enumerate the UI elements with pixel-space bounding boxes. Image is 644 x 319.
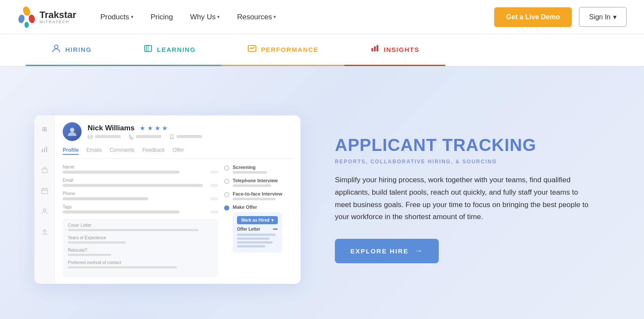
candidate-header: Nick Williams ★ ★ ★ ★ — [63, 122, 293, 141]
step-dot — [224, 192, 229, 197]
grid-icon: ⊞ — [39, 123, 51, 135]
candidate-stars: ★ ★ ★ ★ — [140, 124, 167, 132]
tab-nav-offer[interactable]: Offer — [173, 147, 184, 155]
chevron-down-icon: ▾ — [613, 13, 617, 21]
logo-icon — [17, 6, 36, 28]
svg-rect-17 — [88, 135, 92, 138]
step-dot — [224, 166, 229, 171]
svg-rect-14 — [42, 189, 48, 194]
field-relocate: Relocate? — [68, 248, 213, 256]
candidate-name: Nick Williams — [88, 124, 134, 132]
form-section: Name Email Phone — [63, 165, 218, 277]
hero-subtitle: REPORTS, COLLABORATIVE HIRING, & SOURCIN… — [335, 159, 610, 165]
field-tags: Tags — [63, 205, 218, 214]
field-contact-method: Preferred method of contact — [68, 260, 213, 268]
mock-ui-card: ⊞ — [34, 115, 301, 284]
chevron-down-icon: ▾ — [273, 14, 276, 20]
hero-content: APPLICANT TRACKING REPORTS, COLLABORATIV… — [335, 135, 610, 264]
pipeline-section: Screening Telephone Interview — [224, 165, 293, 277]
hero-title: APPLICANT TRACKING — [335, 135, 610, 154]
svg-rect-13 — [42, 169, 47, 173]
svg-point-2 — [28, 14, 35, 23]
explore-hire-button[interactable]: EXPLORE HIRE → — [335, 239, 439, 263]
bookmark-meta — [169, 134, 202, 139]
navbar: Trakstar MITRATECH Products ▾ Pricing Wh… — [0, 0, 644, 34]
tab-hiring[interactable]: HIRING — [26, 34, 118, 66]
logo[interactable]: Trakstar MITRATECH — [17, 6, 76, 28]
logo-sub-brand: MITRATECH — [39, 20, 76, 24]
hero-section: ⊞ — [0, 66, 644, 319]
field-email: Email — [63, 178, 218, 187]
email-meta — [88, 134, 121, 139]
mock-content: Nick Williams ★ ★ ★ ★ — [55, 115, 301, 284]
sidebar-icons: ⊞ — [34, 115, 55, 284]
svg-rect-10 — [42, 149, 43, 152]
nav-item-resources[interactable]: Resources ▾ — [230, 9, 283, 25]
step-dot — [224, 179, 229, 184]
chevron-down-icon: ▾ — [131, 14, 134, 20]
field-name: Name — [63, 165, 218, 174]
tab-insights[interactable]: INSIGHTS — [344, 34, 445, 66]
tab-bar: HIRING LEARNING PERFORMANCE INSIGHTS — [0, 34, 644, 66]
svg-rect-8 — [374, 46, 376, 51]
field-phone: Phone — [63, 191, 218, 200]
svg-rect-12 — [46, 147, 47, 152]
step-dot-active — [224, 205, 229, 211]
nav-item-pricing[interactable]: Pricing — [144, 9, 180, 25]
sign-in-button[interactable]: Sign In ▾ — [579, 7, 627, 27]
get-demo-button[interactable]: Get a Live Demo — [494, 7, 572, 27]
chart-icon — [39, 144, 51, 156]
person-icon — [39, 205, 51, 217]
step-face-to-face: Face-to-face Interview — [224, 191, 293, 200]
nav-item-products[interactable]: Products ▾ — [94, 9, 140, 25]
profile-tab-nav: Profile Emails Comments Feedback Offer — [63, 147, 293, 159]
offer-card: Mark as Hired ▾ Offer Letter ••• — [233, 212, 282, 253]
offer-letter-row: Offer Letter ••• — [237, 227, 278, 232]
tab-nav-comments[interactable]: Comments — [109, 147, 134, 155]
svg-point-1 — [18, 14, 25, 23]
phone-meta — [128, 134, 161, 139]
avatar — [63, 122, 82, 141]
chevron-down-icon: ▾ — [217, 14, 220, 20]
step-phone: Telephone Interview — [224, 178, 293, 187]
mark-as-hired-button[interactable]: Mark as Hired ▾ — [237, 216, 278, 224]
tab-nav-profile[interactable]: Profile — [63, 147, 79, 155]
svg-rect-7 — [371, 48, 373, 51]
arrow-right-icon: → — [415, 247, 423, 256]
hiring-icon — [52, 44, 61, 55]
svg-point-16 — [70, 128, 74, 132]
field-cover-letter: Cover Letter — [68, 223, 213, 231]
svg-point-15 — [43, 209, 46, 211]
logo-brand-name: Trakstar — [39, 10, 76, 20]
export-icon — [39, 226, 51, 238]
tab-nav-emails[interactable]: Emails — [86, 147, 102, 155]
step-screening: Screening — [224, 165, 293, 174]
step-make-offer: Make Offer Mark as Hired ▾ Offer Letter … — [224, 205, 293, 253]
candidate-meta — [88, 134, 202, 139]
svg-rect-9 — [377, 45, 378, 51]
offer-bars — [237, 234, 278, 247]
briefcase-icon — [39, 164, 51, 176]
extra-fields-card: Cover Letter Years of Experience Relocat… — [63, 219, 218, 277]
learning-icon — [143, 44, 153, 55]
field-experience: Years of Experience — [68, 235, 213, 244]
dots-icon: ••• — [273, 227, 278, 232]
nav-item-why-us[interactable]: Why Us ▾ — [183, 9, 227, 25]
nav-links: Products ▾ Pricing Why Us ▾ Resources ▾ — [94, 9, 494, 25]
mock-body: Name Email Phone — [63, 165, 293, 277]
tab-nav-feedback[interactable]: Feedback — [142, 147, 165, 155]
tab-performance[interactable]: PERFORMANCE — [222, 34, 344, 66]
insights-icon — [370, 44, 380, 55]
nav-actions: Get a Live Demo Sign In ▾ — [494, 7, 627, 27]
svg-point-4 — [55, 45, 58, 48]
performance-icon — [247, 44, 257, 55]
tab-learning[interactable]: LEARNING — [118, 34, 222, 66]
svg-rect-11 — [44, 148, 45, 152]
hero-description: Simplify your hiring process, work toget… — [335, 174, 592, 224]
calendar-icon — [39, 185, 51, 197]
svg-point-3 — [24, 22, 29, 28]
